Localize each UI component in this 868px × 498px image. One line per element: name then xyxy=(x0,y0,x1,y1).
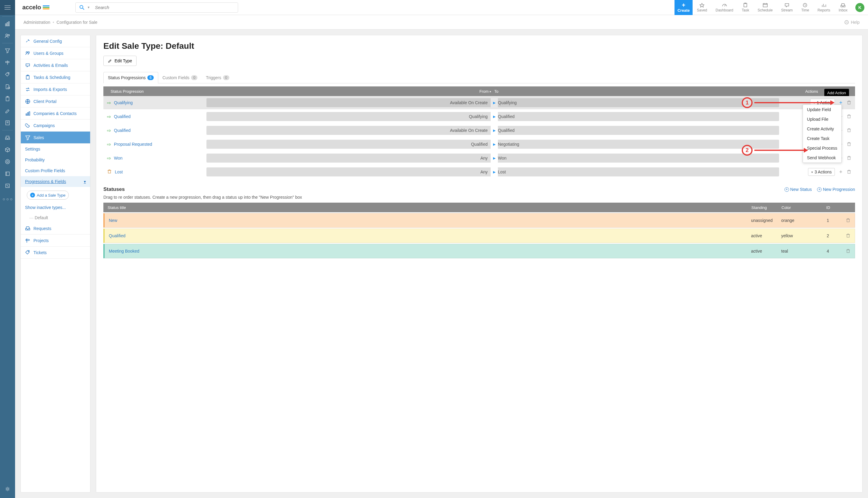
breadcrumb-root[interactable]: Administration xyxy=(24,20,50,25)
status-standing: active xyxy=(751,233,781,238)
delete-status-button[interactable] xyxy=(846,233,851,239)
progression-to: Qualifying xyxy=(498,98,779,107)
nav-more-icon[interactable]: ○ ○ ○ xyxy=(2,193,12,205)
status-row[interactable]: Qualifiedactiveyellow2 xyxy=(103,228,855,243)
svg-rect-47 xyxy=(29,112,30,115)
dropdown-item-create-task[interactable]: Create Task xyxy=(803,134,842,143)
dropdown-item-send-webhook[interactable]: Send Webhook xyxy=(803,153,842,162)
nav-invoice-icon[interactable] xyxy=(0,117,15,129)
search-input[interactable] xyxy=(95,5,234,10)
new-status-link[interactable]: +New Status xyxy=(784,187,812,192)
sidebar-item-client-portal[interactable]: Client Portal xyxy=(21,95,90,107)
dropdown-item-upload-file[interactable]: Upload File xyxy=(803,115,842,124)
progression-link[interactable]: Proposal Requested xyxy=(114,142,152,147)
topnav-reports[interactable]: Reports xyxy=(814,0,834,15)
tab-triggers[interactable]: Triggers0 xyxy=(202,72,233,83)
new-progression-link[interactable]: +New Progression xyxy=(817,187,855,192)
sidebar-item-companies-contacts[interactable]: Companies & Contacts xyxy=(21,107,90,119)
delete-button[interactable] xyxy=(846,114,852,119)
nav-clipboard-icon[interactable] xyxy=(0,93,15,105)
nav-pen-icon[interactable] xyxy=(0,105,15,117)
delete-button[interactable] xyxy=(846,169,852,175)
edit-type-button[interactable]: Edit Type xyxy=(103,56,137,66)
actions-dropdown[interactable]: 3 Actions xyxy=(808,168,835,176)
status-row[interactable]: Newunassignedorange1 xyxy=(103,213,855,227)
svg-point-9 xyxy=(8,73,9,74)
topnav-schedule[interactable]: Schedule xyxy=(753,0,777,15)
svg-point-17 xyxy=(5,160,10,164)
delete-button[interactable] xyxy=(846,155,852,161)
nav-inbox2-icon[interactable] xyxy=(0,132,15,144)
progression-from: Available On Create xyxy=(206,98,491,107)
nav-book-icon[interactable] xyxy=(0,168,15,180)
sidebar-sub-progressions-fields[interactable]: Progressions & Fields▾ xyxy=(21,176,90,187)
dropdown-item-create-activity[interactable]: Create Activity xyxy=(803,124,842,134)
progression-link[interactable]: Qualified xyxy=(114,128,130,133)
topnav-inbox[interactable]: Inbox xyxy=(834,0,852,15)
hamburger-menu[interactable] xyxy=(0,0,15,15)
status-row[interactable]: Meeting Bookedactiveteal4 xyxy=(103,244,855,258)
nav-signpost-icon[interactable] xyxy=(0,56,15,69)
type-tree-default[interactable]: Default xyxy=(21,213,90,223)
progression-row: ⇨QualifiedAvailable On Create▶Qualified4… xyxy=(103,124,855,137)
status-title[interactable]: New xyxy=(109,218,751,223)
status-color: orange xyxy=(781,218,817,223)
sidebar-sub-custom-profile-fields[interactable]: Custom Profile Fields xyxy=(21,165,90,176)
user-avatar[interactable]: K xyxy=(855,3,864,12)
add-action-button[interactable]: + xyxy=(838,169,844,175)
nav-box-icon[interactable] xyxy=(0,144,15,156)
topnav-dashboard[interactable]: Dashboard xyxy=(711,0,738,15)
status-title[interactable]: Qualified xyxy=(109,233,751,238)
tab-custom-fields[interactable]: Custom Fields0 xyxy=(158,72,202,83)
sidebar-item-requests[interactable]: Requests xyxy=(21,223,90,235)
nav-funnel-icon[interactable] xyxy=(0,44,15,56)
tab-status-progressions[interactable]: Status Progressions6 xyxy=(103,72,158,83)
delete-status-button[interactable] xyxy=(846,218,851,223)
sidebar-item-general-config[interactable]: General Config xyxy=(21,35,90,47)
delete-button[interactable] xyxy=(846,128,852,133)
sidebar-item-users-groups[interactable]: Users & Groups xyxy=(21,47,90,59)
sidebar-item-activities-emails[interactable]: Activities & Emails xyxy=(21,59,90,71)
progression-row: ⇨QualifiedQualifying▶Qualified3 Actions+ xyxy=(103,110,855,124)
delete-button[interactable] xyxy=(846,100,852,106)
dropdown-item-update-field[interactable]: Update Field xyxy=(803,105,842,115)
nav-chart-icon[interactable] xyxy=(0,18,15,30)
progression-link[interactable]: Qualified xyxy=(114,114,130,119)
nav-target-icon[interactable] xyxy=(0,156,15,168)
delete-button[interactable] xyxy=(846,142,852,147)
status-color: teal xyxy=(781,249,817,253)
topnav-stream[interactable]: Stream xyxy=(777,0,797,15)
topnav-saved[interactable]: Saved xyxy=(693,0,711,15)
sidebar-sub-probability[interactable]: Probability xyxy=(21,155,90,165)
dropdown-item-special-process[interactable]: Special Process xyxy=(803,143,842,153)
progression-link[interactable]: Qualifying xyxy=(114,100,132,105)
sidebar-item-tasks-scheduling[interactable]: Tasks & Scheduling xyxy=(21,71,90,83)
nav-note-icon[interactable] xyxy=(0,180,15,192)
breadcrumb: Administration • Configuration for Sale … xyxy=(15,15,868,29)
nav-settings-icon[interactable] xyxy=(0,483,15,495)
sidebar-item-sales[interactable]: Sales xyxy=(21,132,90,144)
show-inactive-link[interactable]: Show inactive types... xyxy=(21,203,90,213)
topnav-time[interactable]: Time xyxy=(797,0,813,15)
svg-point-7 xyxy=(8,35,10,36)
nav-tag-icon[interactable] xyxy=(0,69,15,81)
search-box[interactable]: ▼ xyxy=(75,2,238,13)
sidebar-sub-settings[interactable]: Settings xyxy=(21,144,90,155)
topnav-task[interactable]: Task xyxy=(738,0,753,15)
create-button[interactable]: + Create xyxy=(675,0,693,15)
svg-rect-28 xyxy=(763,4,767,7)
status-title[interactable]: Meeting Booked xyxy=(109,249,751,253)
progression-link[interactable]: Lost xyxy=(115,170,123,174)
logo[interactable]: accelo xyxy=(15,4,75,11)
nav-doc-icon[interactable] xyxy=(0,81,15,93)
delete-status-button[interactable] xyxy=(846,248,851,254)
help-link[interactable]: Help xyxy=(844,20,859,25)
nav-users-icon[interactable] xyxy=(0,30,15,42)
sidebar-item-imports-exports[interactable]: Imports & Exports xyxy=(21,83,90,95)
sidebar-item-projects[interactable]: Projects xyxy=(21,235,90,247)
sidebar-item-tickets[interactable]: Tickets xyxy=(21,247,90,259)
search-dropdown-icon[interactable]: ▼ xyxy=(87,6,90,9)
progression-link[interactable]: Won xyxy=(114,156,123,160)
add-sale-type-button[interactable]: +Add a Sale Type xyxy=(27,191,69,200)
sidebar-item-campaigns[interactable]: Campaigns xyxy=(21,119,90,132)
